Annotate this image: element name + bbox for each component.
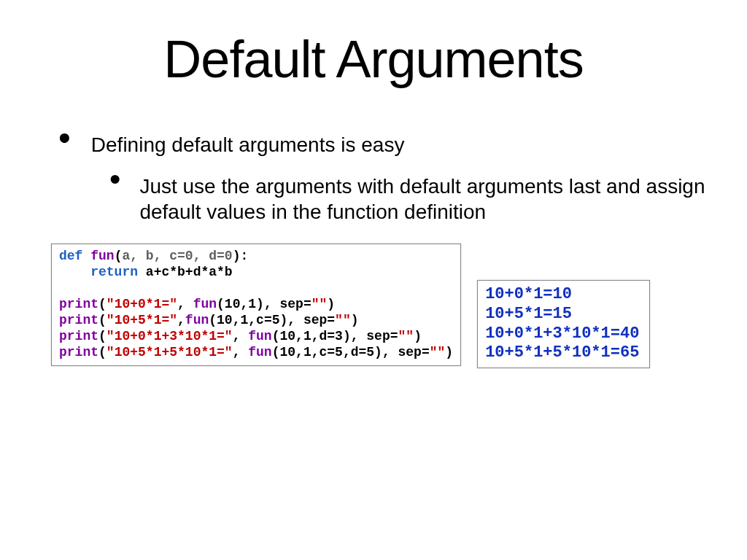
call-args: (10,1,c=5) [209,313,287,327]
str-lit: "10+0*1+3*10*1=" [107,329,233,343]
close-paren: ) [327,297,335,311]
comma: , [177,313,185,327]
sig-args: a, b, c=0, d=0 [122,249,232,263]
print-call: print [59,297,98,311]
sep-kw: , sep= [351,329,398,343]
output-line: 10+5*1=15 [485,305,572,323]
close-paren: ) [445,345,453,359]
keyword-return: return [90,265,138,279]
bullet-dot-icon: • [109,172,120,187]
sig-open: ( [115,249,123,263]
str-lit: "10+5*1+5*10*1=" [107,345,233,359]
close-paren: ) [351,313,359,327]
bullet-level-1: • Defining default arguments is easy [0,129,747,158]
slide: Default Arguments • Defining default arg… [0,0,747,560]
return-expr: a+c*b+d*a*b [138,265,233,279]
code-block: def fun(a, b, c=0, d=0): return a+c*b+d*… [51,244,461,366]
comma: , [233,345,249,359]
bullet-2-text: Just use the arguments with default argu… [139,171,725,225]
sep-val: "" [398,329,414,343]
output-line: 10+0*1=10 [485,285,572,303]
bullet-1-text: Defining default arguments is easy [91,129,405,158]
call-args: (10,1) [217,297,264,311]
sep-val: "" [430,345,446,359]
print-call: print [59,313,98,327]
func-call: fun [248,329,271,343]
func-call: fun [193,297,217,311]
sep-val: "" [335,313,351,327]
func-call: fun [248,345,271,359]
call-args: (10,1,c=5,d=5) [272,345,382,359]
example-area: def fun(a, b, c=0, d=0): return a+c*b+d*… [0,244,747,368]
bullet-level-2: • Just use the arguments with default ar… [0,171,747,225]
call-args: (10,1,d=3) [272,329,351,343]
print-call: print [59,329,98,343]
print-call: print [59,345,98,359]
output-block: 10+0*1=10 10+5*1=15 10+0*1+3*10*1=40 10+… [477,280,650,368]
close-paren: ) [414,329,422,343]
output-line: 10+0*1+3*10*1=40 [485,324,639,343]
func-call: fun [185,313,209,327]
func-name: fun [90,249,114,263]
comma: , [233,329,249,343]
keyword-def: def [59,249,82,263]
sep-kw: , sep= [264,297,311,311]
output-line: 10+5*1+5*10*1=65 [485,343,639,362]
sig-close: ): [233,249,249,263]
sep-val: "" [311,297,328,311]
comma: , [177,297,193,311]
bullet-dot-icon: • [58,131,71,145]
str-lit: "10+0*1=" [107,297,177,311]
sep-kw: , sep= [382,345,430,359]
sep-kw: , sep= [287,313,335,327]
str-lit: "10+5*1=" [107,313,177,327]
page-title: Default Arguments [0,29,747,89]
